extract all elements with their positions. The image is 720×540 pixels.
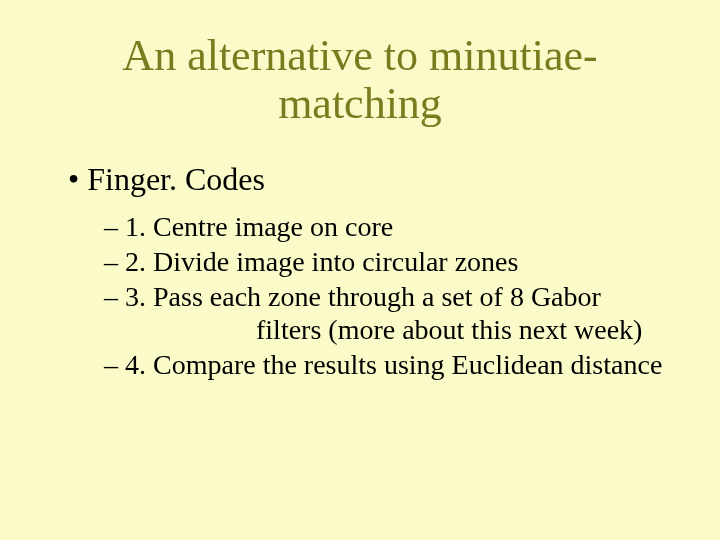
slide: An alternative to minutiae- matching Fin… bbox=[0, 0, 720, 540]
bullet-list-level2: 1. Centre image on core 2. Divide image … bbox=[48, 210, 672, 381]
bullet-level2-step2: 2. Divide image into circular zones bbox=[104, 245, 672, 278]
slide-title: An alternative to minutiae- matching bbox=[48, 32, 672, 129]
bullet-level2-step3: 3. Pass each zone through a set of 8 Gab… bbox=[104, 280, 672, 346]
bullet-list-level1: Finger. Codes bbox=[48, 161, 672, 198]
bullet-level2-step3-line2: filters (more about this next week) bbox=[124, 313, 672, 346]
title-line-1: An alternative to minutiae- bbox=[122, 31, 597, 80]
bullet-level2-step3-line1: 3. Pass each zone through a set of 8 Gab… bbox=[125, 281, 601, 312]
bullet-level2-step4: 4. Compare the results using Euclidean d… bbox=[104, 348, 672, 381]
title-line-2: matching bbox=[278, 79, 442, 128]
bullet-level1-fingercodes: Finger. Codes bbox=[68, 161, 672, 198]
bullet-level2-step1: 1. Centre image on core bbox=[104, 210, 672, 243]
